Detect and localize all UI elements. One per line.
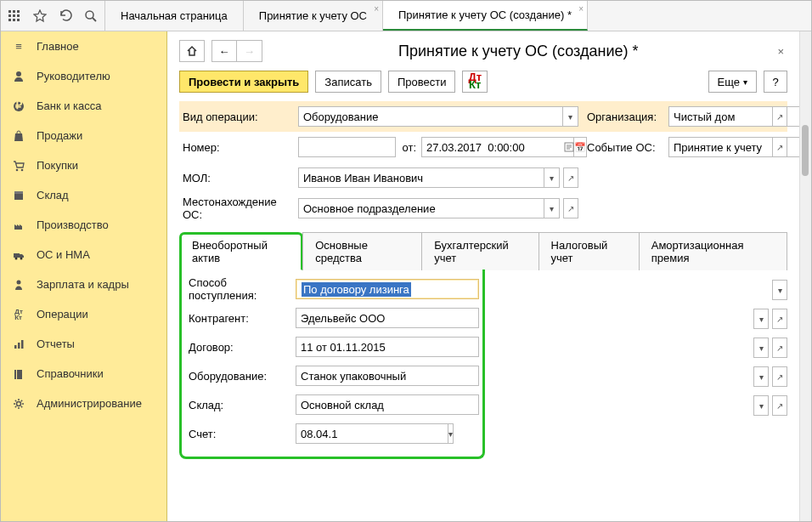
dropdown-icon[interactable]: ▾ [448, 423, 454, 444]
dropdown-icon[interactable]: ▾ [753, 366, 769, 387]
dtkt-icon: ДтКт [11, 307, 26, 322]
home-button[interactable] [179, 40, 205, 62]
svg-rect-22 [14, 345, 17, 349]
sklad-input[interactable] [296, 394, 479, 415]
svg-rect-3 [8, 14, 11, 17]
open-icon[interactable]: ↗ [563, 198, 578, 218]
save-button[interactable]: Записать [315, 71, 381, 93]
sidebar-item-salary[interactable]: Зарплата и кадры [1, 270, 166, 299]
svg-point-20 [20, 257, 23, 259]
dropdown-icon[interactable]: ▾ [753, 309, 769, 329]
sidebar-item-operations[interactable]: ДтКтОперации [1, 299, 166, 329]
more-button[interactable]: Еще [708, 71, 757, 93]
person-icon [11, 277, 26, 292]
forward-button[interactable]: → [237, 40, 262, 62]
open-icon[interactable]: ↗ [772, 338, 787, 358]
sidebar-item-warehouse[interactable]: Склад [1, 180, 166, 210]
dog-input[interactable] [296, 337, 479, 357]
open-icon[interactable]: ↗ [772, 395, 787, 416]
sidebar-item-label: Зарплата и кадры [37, 278, 129, 291]
sidebar-item-production[interactable]: Производство [1, 210, 166, 240]
sidebar-item-label: Главное [37, 40, 79, 53]
back-button[interactable]: ← [211, 40, 237, 62]
open-icon[interactable]: ↗ [772, 366, 787, 387]
org-label: Организация: [578, 111, 668, 123]
sidebar-item-main[interactable]: ≡Главное [1, 31, 166, 61]
svg-point-27 [17, 401, 21, 406]
sidebar-item-label: Банк и касса [37, 99, 102, 112]
toolbar: Провести и закрыть Записать Провести ДтК… [179, 71, 787, 93]
tab-home[interactable]: Начальная страница [105, 1, 244, 31]
svg-text:₽: ₽ [15, 100, 23, 111]
dropdown-icon[interactable]: ▾ [544, 167, 560, 188]
open-icon[interactable]: ↗ [772, 309, 787, 329]
dropdown-icon[interactable]: ▾ [544, 198, 560, 218]
open-icon[interactable]: ↗ [563, 167, 578, 188]
dropdown-icon[interactable]: ▾ [753, 395, 769, 416]
svg-rect-26 [16, 370, 17, 379]
bag-icon [11, 128, 26, 144]
sidebar-item-manager[interactable]: Руководителю [1, 61, 166, 91]
mol-input[interactable] [298, 167, 544, 188]
vid-input[interactable] [298, 106, 563, 127]
svg-point-21 [17, 280, 21, 284]
sidebar-item-os-nma[interactable]: ОС и НМА [1, 240, 166, 270]
oborud-input[interactable] [296, 366, 479, 386]
search-icon[interactable] [82, 8, 99, 25]
sidebar-item-bank[interactable]: ₽Банк и касса [1, 91, 166, 121]
svg-rect-5 [17, 14, 20, 17]
open-icon[interactable]: ↗ [772, 137, 787, 157]
dog-label: Договор: [185, 341, 296, 354]
tab-asset[interactable]: Внеоборотный актив [179, 232, 303, 270]
star-icon[interactable] [31, 8, 48, 25]
post-button[interactable]: Провести [388, 71, 456, 93]
scroll-thumb[interactable] [802, 125, 809, 176]
sidebar-item-label: Продажи [37, 129, 82, 142]
tab-os-create[interactable]: Принятие к учету ОС (создание) *× [383, 1, 588, 31]
close-button[interactable]: × [774, 42, 787, 61]
close-icon[interactable]: × [578, 4, 584, 14]
content: ← → Принятие к учету ОС (создание) * × П… [167, 31, 799, 521]
schet-input[interactable] [296, 423, 448, 444]
dropdown-icon[interactable]: ▾ [772, 280, 787, 300]
svg-line-33 [21, 406, 22, 406]
dropdown-icon[interactable]: ▾ [563, 106, 578, 127]
ruble-icon: ₽ [11, 99, 26, 114]
tab-bu[interactable]: Бухгалтерский учет [421, 232, 539, 270]
page-title: Принятие к учету ОС (создание) * [269, 43, 767, 60]
kontr-input[interactable] [296, 308, 479, 328]
box-icon [11, 188, 26, 203]
row-nomer: Номер: от: 📅 Событие ОС: ▾ ↗ [179, 132, 787, 162]
inner-tabs: Внеоборотный актив Основные средства Бух… [179, 232, 787, 270]
svg-rect-6 [8, 19, 11, 21]
apps-icon[interactable] [6, 8, 23, 25]
svg-point-19 [15, 257, 18, 259]
sidebar-item-label: Склад [37, 189, 69, 201]
sidebar-item-purchases[interactable]: Покупки [1, 150, 166, 180]
svg-line-10 [93, 18, 96, 21]
tab-os-list[interactable]: Принятие к учету ОС× [244, 1, 383, 31]
post-and-close-button[interactable]: Провести и закрыть [179, 71, 308, 93]
dtkt-button[interactable]: ДтКт [462, 71, 488, 93]
gear-icon [11, 396, 26, 411]
history-icon[interactable] [57, 8, 74, 25]
tab-os[interactable]: Основные средства [302, 232, 422, 270]
tab-amort[interactable]: Амортизационная премия [639, 232, 787, 270]
close-icon[interactable]: × [374, 4, 379, 14]
sidebar-item-admin[interactable]: Администрирование [1, 389, 166, 418]
sidebar-item-sales[interactable]: Продажи [1, 121, 166, 150]
open-icon[interactable]: ↗ [772, 106, 787, 127]
sidebar: ≡Главное Руководителю ₽Банк и касса Прод… [1, 31, 167, 521]
sidebar-item-reports[interactable]: Отчеты [1, 329, 166, 359]
tab-nu[interactable]: Налоговый учет [539, 232, 640, 270]
help-button[interactable]: ? [764, 71, 787, 93]
num-input[interactable] [298, 137, 396, 157]
sposob-input[interactable]: По договору лизинга [297, 281, 477, 298]
dropdown-icon[interactable]: ▾ [753, 338, 769, 358]
scrollbar[interactable] [799, 31, 811, 521]
sidebar-item-catalogs[interactable]: Справочники [1, 359, 166, 389]
loc-input[interactable] [298, 198, 544, 218]
svg-rect-8 [17, 19, 20, 21]
mol-label: МОЛ: [179, 172, 298, 184]
date-input[interactable] [421, 137, 574, 157]
